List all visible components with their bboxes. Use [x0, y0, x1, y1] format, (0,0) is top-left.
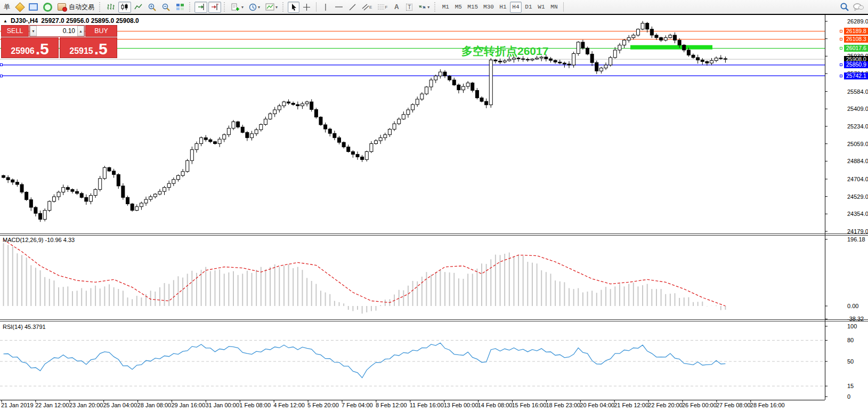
candle-body — [273, 110, 277, 114]
candle-body — [305, 102, 309, 104]
candle-body — [144, 199, 148, 203]
candle-body — [604, 65, 607, 68]
candle-body — [167, 183, 171, 187]
volume-input[interactable] — [37, 26, 77, 36]
candle-body — [149, 197, 152, 199]
candle-body — [567, 64, 571, 65]
candle-body — [393, 124, 396, 129]
candle-body — [627, 38, 630, 41]
candle-body — [632, 35, 635, 38]
candle-body — [246, 132, 249, 138]
buy-button[interactable]: BUY — [85, 25, 117, 37]
candle-body — [241, 127, 244, 132]
rsi-label: RSI(14) 45.3791 — [3, 324, 46, 330]
candle-body — [103, 167, 106, 179]
candle-body — [121, 186, 125, 197]
sell-price-main: 25906 — [11, 46, 35, 57]
candle-body — [71, 189, 74, 191]
collapse-panel-icon[interactable]: ▲ — [3, 19, 7, 23]
candle-body — [673, 35, 676, 40]
candle-body — [34, 207, 37, 213]
candle-body — [269, 114, 272, 119]
candle-body — [522, 59, 525, 59]
candle-body — [471, 83, 474, 91]
candle-body — [705, 61, 709, 63]
candle-body — [623, 40, 626, 45]
candle-body — [434, 76, 437, 80]
candle-body — [200, 138, 203, 143]
candle-body — [655, 35, 658, 38]
chart-canvas[interactable] — [0, 0, 868, 411]
candle-body — [361, 157, 364, 159]
candle-body — [237, 122, 240, 127]
chart-annotation-text[interactable]: 多空转折点26017 — [461, 44, 548, 59]
candle-body — [710, 61, 713, 63]
buy-price-button[interactable]: 25915 .5 — [60, 37, 117, 58]
candle-body — [489, 60, 492, 105]
candle-body — [89, 196, 92, 202]
candle-body — [398, 119, 401, 124]
candle-body — [411, 104, 415, 110]
candle-body — [287, 102, 290, 103]
candle-body — [20, 184, 23, 192]
symbol-period-label: DJ30-,H4 — [11, 17, 38, 25]
candle-body — [213, 142, 216, 144]
volume-decrease-button[interactable]: ▼ — [30, 26, 37, 36]
candle-body — [660, 38, 663, 41]
candle-body — [176, 175, 180, 179]
candle-body — [558, 62, 562, 63]
volume-increase-button[interactable]: ▲ — [77, 26, 84, 36]
sell-button[interactable]: SELL — [1, 25, 29, 37]
candle-body — [407, 110, 410, 115]
candle-body — [646, 23, 649, 29]
candle-body — [452, 80, 456, 85]
candle-body — [227, 128, 230, 135]
candle-body — [554, 60, 557, 62]
candle-body — [678, 40, 681, 45]
candle-body — [218, 139, 221, 143]
green-rectangle-object[interactable] — [630, 45, 712, 50]
candle-body — [719, 58, 723, 59]
macd-label: MACD(12,26,9) -10.96 4.33 — [3, 237, 75, 243]
rsi-line — [4, 343, 726, 377]
candle-body — [153, 194, 157, 197]
candle-body — [6, 178, 10, 180]
macd-signal-line — [4, 240, 726, 306]
candle-body — [683, 45, 686, 50]
candle-body — [443, 72, 447, 76]
candle-body — [223, 135, 226, 139]
candle-body — [324, 125, 327, 129]
candle-body — [503, 61, 506, 62]
candle-body — [99, 179, 102, 190]
candle-body — [439, 72, 442, 76]
candle-body — [577, 42, 580, 53]
candle-body — [351, 151, 354, 154]
sell-price-button[interactable]: 25906 .5 — [1, 37, 59, 58]
candle-body — [278, 106, 281, 110]
candle-body — [66, 188, 69, 190]
candle-body — [232, 122, 235, 128]
candle-body — [526, 59, 529, 60]
candle-body — [701, 60, 704, 62]
candle-body — [462, 86, 465, 90]
candle-body — [613, 50, 616, 58]
candle-body — [29, 200, 33, 207]
candle-body — [209, 140, 212, 142]
candle-body — [76, 191, 79, 194]
candle-body — [609, 58, 612, 65]
candle-body — [195, 143, 198, 149]
candle-body — [531, 59, 534, 60]
candle-body — [581, 42, 585, 48]
candle-body — [650, 29, 653, 35]
candle-body — [328, 129, 331, 133]
chart-title: ▲ DJ30-,H4 25927.0 25956.0 25895.0 25908… — [3, 17, 139, 25]
candle-body — [692, 55, 695, 58]
candle-body — [25, 192, 28, 199]
candle-body — [319, 117, 322, 125]
candle-body — [15, 182, 19, 184]
candle-body — [291, 103, 295, 104]
candle-body — [475, 91, 478, 98]
candle-body — [48, 202, 51, 211]
candle-body — [457, 85, 460, 90]
candle-body — [264, 119, 267, 124]
